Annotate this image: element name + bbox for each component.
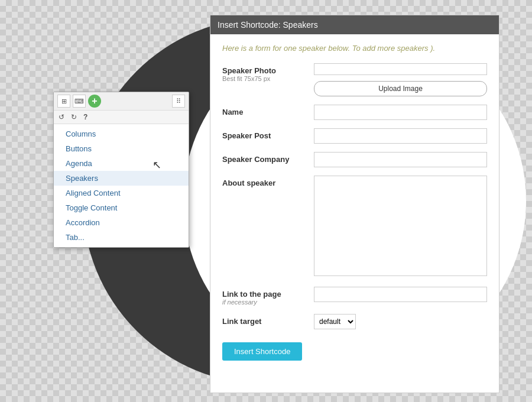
speaker-company-label: Speaker Company: [222, 152, 314, 164]
menu-item-agenda[interactable]: Agenda: [54, 156, 189, 171]
intro-text: Here is a form for one speaker below. To…: [222, 44, 487, 53]
drag-handle-icon[interactable]: ⠿: [172, 95, 185, 108]
toolbar-undo-area: ↺ ↻ ?: [54, 111, 189, 124]
speaker-company-row: Speaker Company: [222, 152, 487, 167]
name-label: Name: [222, 105, 314, 116]
name-row: Name: [222, 105, 487, 120]
link-target-label: Link target: [222, 314, 314, 326]
select-wrapper: default _blank _self _parent: [314, 314, 487, 329]
link-target-row: Link target default _blank _self _parent: [222, 314, 487, 329]
grid-icon[interactable]: ⊞: [57, 95, 70, 108]
dialog-title: Insert Shortcode: Speakers: [218, 20, 318, 30]
about-speaker-control: [314, 176, 487, 278]
speaker-post-row: Speaker Post: [222, 128, 487, 144]
speaker-post-control: [314, 128, 487, 144]
toolbar-top: ⊞ ⌨ + ⠿: [54, 92, 189, 111]
link-page-control: [314, 287, 487, 302]
about-speaker-textarea[interactable]: [314, 176, 487, 276]
link-page-label: Link to the page if necessary: [222, 287, 314, 306]
link-page-input[interactable]: [314, 287, 487, 302]
speaker-photo-row: Speaker Photo Best fit 75x75 px Upload I…: [222, 63, 487, 96]
menu-item-columns[interactable]: Columns: [54, 127, 189, 141]
speaker-company-control: [314, 152, 487, 167]
redo-button[interactable]: ↻: [69, 112, 79, 122]
shortcode-menu-list: Columns Buttons Agenda Speakers Aligned …: [54, 124, 189, 247]
name-input[interactable]: [314, 105, 487, 120]
menu-item-buttons[interactable]: Buttons: [54, 141, 189, 156]
menu-item-tab[interactable]: Tab...: [54, 230, 189, 245]
shortcode-toolbar-panel: ⊞ ⌨ + ⠿ ↺ ↻ ? Columns Buttons Agenda Spe…: [53, 92, 189, 248]
link-target-control: default _blank _self _parent: [314, 314, 487, 329]
upload-image-button[interactable]: Upload Image: [314, 81, 487, 96]
link-page-sublabel: if necessary: [222, 299, 314, 306]
about-speaker-row: About speaker: [222, 176, 487, 278]
dialog-body: Here is a form for one speaker below. To…: [210, 34, 499, 370]
about-speaker-label: About speaker: [222, 176, 314, 187]
name-control: [314, 105, 487, 120]
link-target-select[interactable]: default _blank _self _parent: [314, 314, 356, 329]
speaker-post-input[interactable]: [314, 128, 487, 144]
insert-shortcode-dialog: Insert Shortcode: Speakers Here is a for…: [210, 15, 499, 393]
menu-item-aligned-content[interactable]: Aligned Content: [54, 186, 189, 200]
photo-placeholder: [314, 63, 487, 75]
keyboard-icon[interactable]: ⌨: [73, 95, 86, 108]
speaker-post-label: Speaker Post: [222, 128, 314, 140]
undo-button[interactable]: ↺: [56, 112, 67, 122]
speaker-photo-control: Upload Image: [314, 63, 487, 96]
menu-item-toggle-content[interactable]: Toggle Content: [54, 200, 189, 215]
menu-item-speakers[interactable]: Speakers: [54, 171, 189, 186]
link-page-row: Link to the page if necessary: [222, 287, 487, 306]
insert-shortcode-button[interactable]: Insert Shortcode: [222, 342, 302, 361]
menu-item-accordion[interactable]: Accordion: [54, 215, 189, 230]
help-button[interactable]: ?: [81, 112, 90, 122]
add-shortcode-button[interactable]: +: [88, 95, 101, 108]
speaker-photo-label: Speaker Photo Best fit 75x75 px: [222, 63, 314, 82]
speaker-company-input[interactable]: [314, 152, 487, 167]
speaker-photo-sublabel: Best fit 75x75 px: [222, 75, 314, 82]
dialog-header: Insert Shortcode: Speakers: [210, 15, 499, 34]
